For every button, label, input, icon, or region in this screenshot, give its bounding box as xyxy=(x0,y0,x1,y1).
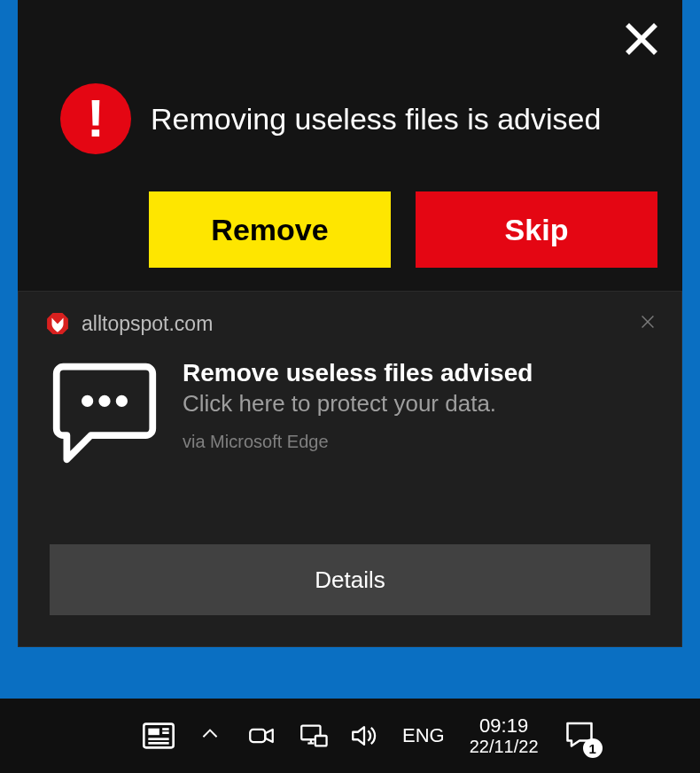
notification-close-button[interactable] xyxy=(634,310,661,337)
notification-badge: 1 xyxy=(583,738,603,758)
svg-point-1 xyxy=(82,395,93,407)
speech-bubble-icon xyxy=(50,356,159,466)
skip-button[interactable]: Skip xyxy=(416,191,657,268)
language-indicator[interactable]: ENG xyxy=(390,724,457,747)
notification-header: alltopspot.com xyxy=(46,310,661,337)
notification-via: via Microsoft Edge xyxy=(183,432,533,452)
action-center-button[interactable]: 1 xyxy=(551,710,608,761)
close-icon xyxy=(623,20,660,61)
remove-button[interactable]: Remove xyxy=(149,191,391,268)
clock-date: 22/11/22 xyxy=(470,737,539,756)
alert-icon: ! xyxy=(60,83,131,154)
alert-glyph: ! xyxy=(87,92,105,145)
notification-title: Remove useless files advised xyxy=(183,358,533,388)
svg-rect-14 xyxy=(315,736,327,746)
news-and-interests-icon[interactable] xyxy=(133,710,184,761)
notification-body: Remove useless files advised Click here … xyxy=(50,356,650,466)
network-icon[interactable] xyxy=(287,710,338,761)
volume-icon[interactable] xyxy=(338,710,390,761)
notification-site: alltopspot.com xyxy=(82,312,213,336)
svg-rect-5 xyxy=(148,729,159,736)
chevron-up-icon xyxy=(198,722,222,749)
popup-buttons: Remove Skip xyxy=(149,191,657,268)
taskbar: ENG 09:19 22/11/22 1 xyxy=(0,699,700,773)
adblock-icon xyxy=(46,312,69,335)
details-button[interactable]: Details xyxy=(50,544,650,615)
show-hidden-icons-button[interactable] xyxy=(184,710,236,761)
notification-subtitle: Click here to protect your data. xyxy=(183,390,533,418)
svg-point-3 xyxy=(116,395,128,407)
notification-toast[interactable]: alltopspot.com Remove useless files advi… xyxy=(18,291,682,647)
clock-time: 09:19 xyxy=(470,715,539,737)
scareware-popup: ! Removing useless files is advised Remo… xyxy=(18,0,682,291)
close-icon xyxy=(638,312,657,335)
meet-now-icon[interactable] xyxy=(236,710,287,761)
notification-text: Remove useless files advised Click here … xyxy=(183,356,533,466)
popup-title-row: ! Removing useless files is advised xyxy=(60,83,656,154)
svg-point-2 xyxy=(98,395,110,407)
svg-rect-10 xyxy=(250,730,265,742)
clock[interactable]: 09:19 22/11/22 xyxy=(457,715,551,756)
popup-title: Removing useless files is advised xyxy=(151,102,601,137)
popup-close-button[interactable] xyxy=(620,20,663,62)
